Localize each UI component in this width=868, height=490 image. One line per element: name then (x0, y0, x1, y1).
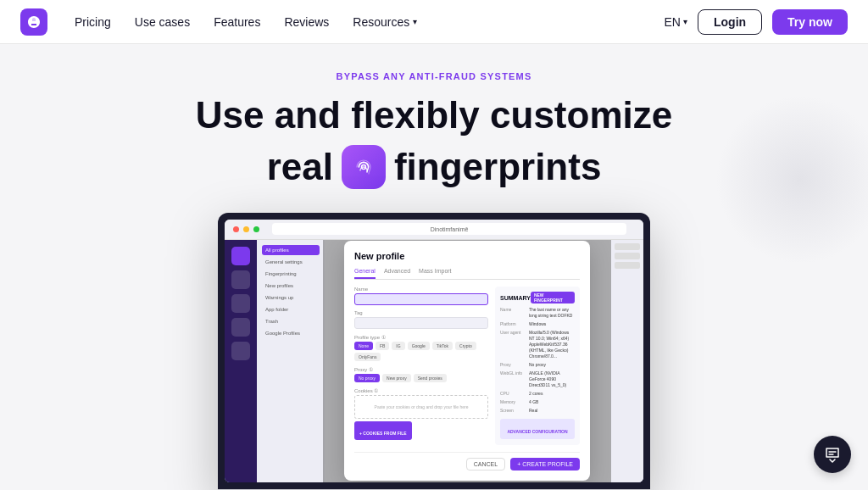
fingerprint-icon (342, 145, 386, 189)
screen-content: Dinotimfanimē (225, 220, 643, 482)
modal-footer: CANCEL + CREATE PROFILE (354, 452, 580, 471)
try-now-button[interactable]: Try now (772, 9, 848, 35)
ptype-tiktok[interactable]: TikTok (432, 342, 453, 350)
language-selector[interactable]: EN ▾ (665, 15, 687, 29)
chevron-down-icon: ▾ (413, 17, 417, 26)
profile-type-selector: None FB IG Google TikTok Crypto OnlyFans (354, 342, 488, 361)
tag-input[interactable] (354, 317, 488, 329)
name-field-group: Name (354, 287, 488, 305)
tag-field-group: Tag (354, 310, 488, 329)
summary-proxy-row: Proxy No proxy (500, 362, 575, 368)
logo[interactable] (20, 8, 47, 36)
nav-right: EN ▾ Login Try now (665, 9, 848, 35)
panel-all-profiles[interactable]: All profiles (262, 245, 320, 255)
summary-header: SUMMARY NEW FINGERPRINT (500, 292, 575, 303)
panel-warnings[interactable]: Warnings up (262, 292, 320, 303)
profile-type-group: Profile type ① None FB IG Google TikTok (354, 334, 488, 361)
summary-panel: SUMMARY NEW FINGERPRINT Name The last na… (495, 287, 580, 445)
chevron-down-icon: ▾ (683, 17, 687, 26)
proxy-new[interactable]: New proxy (382, 374, 411, 382)
modal-form: Name Tag Profile type ① (354, 287, 488, 445)
cancel-button[interactable]: CANCEL (466, 458, 505, 471)
modal-title: New profile (354, 251, 580, 261)
sidebar-icon-profiles[interactable] (231, 270, 250, 289)
right-panel (611, 240, 643, 482)
summary-badge: NEW FINGERPRINT (531, 292, 575, 303)
hero-title-line2: real fingerprints (267, 145, 602, 189)
minimize-dot[interactable] (243, 226, 249, 232)
panel-google[interactable]: Google Profiles (262, 328, 320, 338)
ptype-none[interactable]: None (354, 342, 373, 350)
proxy-none[interactable]: No proxy (354, 374, 380, 382)
modal-overlay: New profile General Advanced Mass Import (323, 240, 611, 482)
close-dot[interactable] (233, 226, 239, 232)
panel-app-folder[interactable]: App folder (262, 304, 320, 315)
panel-general-settings[interactable]: General settings (262, 257, 320, 267)
left-panel: All profiles General settings Fingerprin… (257, 240, 325, 482)
rp-item-2 (615, 253, 640, 259)
laptop-screen: Dinotimfanimē (218, 213, 650, 489)
ptype-fb[interactable]: FB (376, 342, 389, 350)
summary-screen-row: Screen Real (500, 408, 575, 414)
nav-resources[interactable]: Resources ▾ (353, 15, 417, 29)
proxy-selector: No proxy New proxy Send proxies (354, 374, 488, 382)
nav-features[interactable]: Features (214, 15, 260, 29)
ptype-ig[interactable]: IG (392, 342, 404, 350)
browser-chrome: Dinotimfanimē (225, 220, 643, 240)
hero-badge: BYPASS ANY ANTI-FRAUD SYSTEMS (337, 71, 532, 81)
tab-general[interactable]: General (354, 268, 376, 279)
laptop-mockup: Dinotimfanimē (218, 213, 650, 490)
rp-item-1 (615, 243, 640, 250)
proxy-send[interactable]: Send proxies (414, 374, 447, 382)
cookies-drop-zone[interactable]: Paste your cookies or drag and drop your… (354, 395, 488, 419)
sidebar-icon-settings[interactable] (231, 294, 250, 313)
tab-advanced[interactable]: Advanced (384, 268, 410, 279)
summary-platform-row: Platform Windows (500, 321, 575, 327)
nav-reviews[interactable]: Reviews (284, 15, 329, 29)
login-button[interactable]: Login (698, 9, 762, 35)
panel-fingerprinting[interactable]: Fingerprinting (262, 269, 320, 279)
sidebar-icon-tools[interactable] (231, 318, 250, 337)
summary-webgl-row: WebGL info ANGLE (NVIDIA GeForce 4090 Di… (500, 370, 575, 388)
modal-tabs: General Advanced Mass Import (354, 268, 580, 280)
panel-trash[interactable]: Trash (262, 316, 320, 326)
ptype-crypto[interactable]: Crypto (455, 342, 476, 350)
new-profile-modal: New profile General Advanced Mass Import (344, 241, 590, 481)
proxy-group: Proxy ① No proxy New proxy Send proxies (354, 366, 488, 382)
nav-pricing[interactable]: Pricing (75, 15, 111, 29)
hero-section: BYPASS ANY ANTI-FRAUD SYSTEMS Use and fl… (0, 44, 868, 490)
maximize-dot[interactable] (253, 226, 259, 232)
cookies-group: Cookies ① Paste your cookies or drag and… (354, 387, 488, 440)
nav-links: Pricing Use cases Features Reviews Resou… (75, 15, 637, 29)
summary-ua-row: User agent Mozilla/5.0 (Windows NT 10.0;… (500, 330, 575, 359)
cookies-from-file-button[interactable]: + COOKIES FROM FILE (354, 421, 412, 440)
ptype-onlyfans[interactable]: OnlyFans (354, 353, 381, 361)
hero-title-line1: Use and flexibly customize (196, 93, 672, 138)
modal-body: Name Tag Profile type ① (354, 287, 580, 445)
tab-mass-import[interactable]: Mass Import (419, 268, 452, 279)
app-layout: All profiles General settings Fingerprin… (225, 240, 643, 482)
url-bar[interactable]: Dinotimfanimē (272, 223, 626, 235)
nav-use-cases[interactable]: Use cases (135, 15, 190, 29)
summary-cpu-row: CPU 2 cores (500, 391, 575, 397)
panel-new-profiles[interactable]: New profiles (262, 281, 320, 291)
create-profile-button[interactable]: + CREATE PROFILE (510, 458, 580, 471)
name-input[interactable] (354, 293, 488, 305)
ptype-google[interactable]: Google (408, 342, 430, 350)
sidebar-icon-misc[interactable] (231, 342, 250, 360)
decorative-blob (715, 95, 868, 264)
summary-memory-row: Memory 4 GB (500, 399, 575, 405)
navbar: Pricing Use cases Features Reviews Resou… (0, 0, 868, 44)
chat-support-button[interactable] (814, 436, 851, 473)
rp-item-3 (615, 262, 640, 269)
advanced-config-button[interactable]: ADVANCED CONFIGURATION (500, 419, 575, 439)
app-content: All profiles General settings Fingerprin… (257, 240, 643, 482)
summary-name-row: Name The last name or any long string te… (500, 307, 575, 319)
sidebar-icon-home[interactable] (231, 247, 250, 265)
app-sidebar (225, 240, 257, 482)
